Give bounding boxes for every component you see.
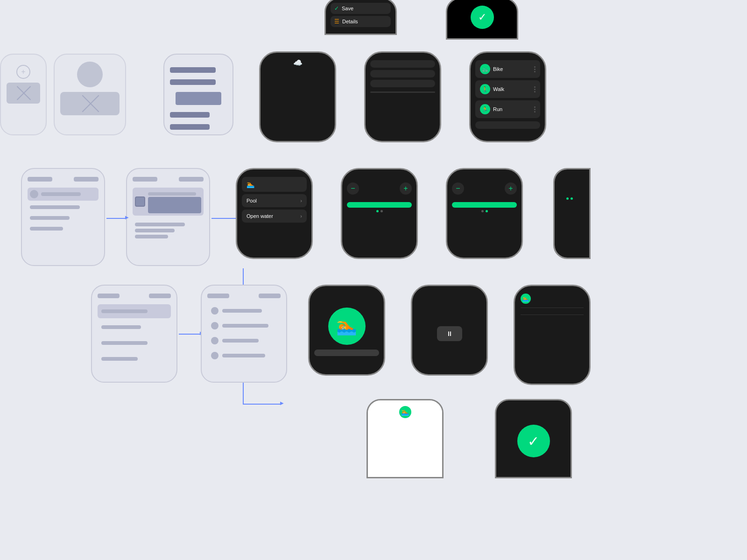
arrow-wf6-wf7 <box>179 334 200 335</box>
dist-set-btn[interactable] <box>452 202 517 208</box>
watch-swim-start: 🏊 <box>308 285 385 376</box>
more-item <box>475 121 540 129</box>
watch-partial-right <box>553 168 591 259</box>
watch-last-check: ✓ <box>495 399 572 478</box>
open-water-item[interactable]: Open water › <box>242 210 307 223</box>
wireframe-1: + <box>0 54 47 135</box>
watch-time-adjust: − + <box>341 168 418 259</box>
watch-resume: 🏊 <box>514 285 591 385</box>
settings-item[interactable] <box>370 80 435 87</box>
wireframe-2 <box>54 54 126 135</box>
watch-activities <box>364 51 441 142</box>
add-icon: + <box>16 65 30 79</box>
wireframe-7 <box>201 285 287 383</box>
watch-clock: ☁️ <box>259 51 336 142</box>
wf-line-1 <box>170 67 216 73</box>
watch-progress-saved: ✓ <box>446 0 518 40</box>
wireframe-4 <box>21 168 105 266</box>
walk-icon: 🚶 <box>480 84 490 94</box>
weather-icon: ☁️ <box>265 58 330 67</box>
wireframe-3 <box>163 54 233 135</box>
arrow-wf7-right <box>243 404 280 405</box>
run-item[interactable]: 🏃 Run <box>475 100 540 118</box>
last-check-icon: ✓ <box>517 425 550 457</box>
watch-exercise-list: 🚲 Bike 🚶 Walk 🏃 Run <box>469 51 546 142</box>
arrow-wf5-swim <box>211 218 237 219</box>
run-icon: 🏃 <box>480 104 490 114</box>
bike-more[interactable] <box>534 66 536 72</box>
bike-icon: 🚲 <box>480 64 490 74</box>
image-placeholder <box>7 83 40 104</box>
pause-btn[interactable]: ⏸ <box>437 326 462 341</box>
new-activity-item[interactable] <box>370 60 435 68</box>
resume-swim-icon: 🏊 <box>521 294 531 304</box>
wf-rect-1 <box>176 92 221 105</box>
arrow-down-2 <box>243 383 244 404</box>
time-plus[interactable]: + <box>400 182 412 195</box>
avatar-placeholder <box>77 62 103 87</box>
scroll-indicator <box>370 91 435 93</box>
wf-checkbox <box>135 196 145 207</box>
wireframe-5 <box>126 168 210 266</box>
swim-activity-icon: 🏊 <box>247 181 254 188</box>
walk-more[interactable] <box>534 86 536 92</box>
dot-4 <box>486 210 488 212</box>
check-circle-icon: ✓ <box>471 6 494 29</box>
done-swim-icon: 🏊 <box>399 406 411 418</box>
details-menu-item[interactable]: ☰ Details <box>331 16 391 27</box>
watch-swim-select: 🏊 Pool › Open water › <box>236 168 313 259</box>
dot-1 <box>376 210 379 212</box>
separator-2 <box>521 315 584 315</box>
bike-item[interactable]: 🚲 Bike <box>475 60 540 78</box>
wf-line-2 <box>170 79 216 85</box>
run-more[interactable] <box>534 106 536 112</box>
dist-minus[interactable]: − <box>452 182 464 195</box>
my-exercises-item[interactable] <box>370 70 435 77</box>
pool-item[interactable]: Pool › <box>242 194 307 207</box>
time-set-btn[interactable] <box>347 202 412 208</box>
image-placeholder-2 <box>60 92 120 115</box>
watch-timer: ⏸ <box>411 285 488 376</box>
swim-start-icon: 🏊 <box>328 308 366 345</box>
walk-item[interactable]: 🚶 Walk <box>475 80 540 98</box>
wf-line-4 <box>170 124 210 130</box>
watch-save-menu: ✓ Save ☰ Details <box>324 0 397 35</box>
watch-done: 🏊 <box>366 399 444 478</box>
dist-plus[interactable]: + <box>505 182 517 195</box>
wf-line-3 <box>170 112 210 118</box>
watch-distance-adjust: − + <box>446 168 523 259</box>
wireframe-6 <box>91 285 177 383</box>
separator <box>521 308 584 308</box>
dot-2 <box>381 210 383 212</box>
save-menu-item[interactable]: ✓ Save <box>331 3 391 14</box>
partial-dot-2 <box>571 197 573 200</box>
time-minus[interactable]: − <box>347 182 359 195</box>
lets-start-btn[interactable] <box>314 350 379 356</box>
dot-3 <box>481 210 484 212</box>
arrow-wf4-wf5 <box>106 218 125 219</box>
partial-dot-1 <box>566 197 569 200</box>
